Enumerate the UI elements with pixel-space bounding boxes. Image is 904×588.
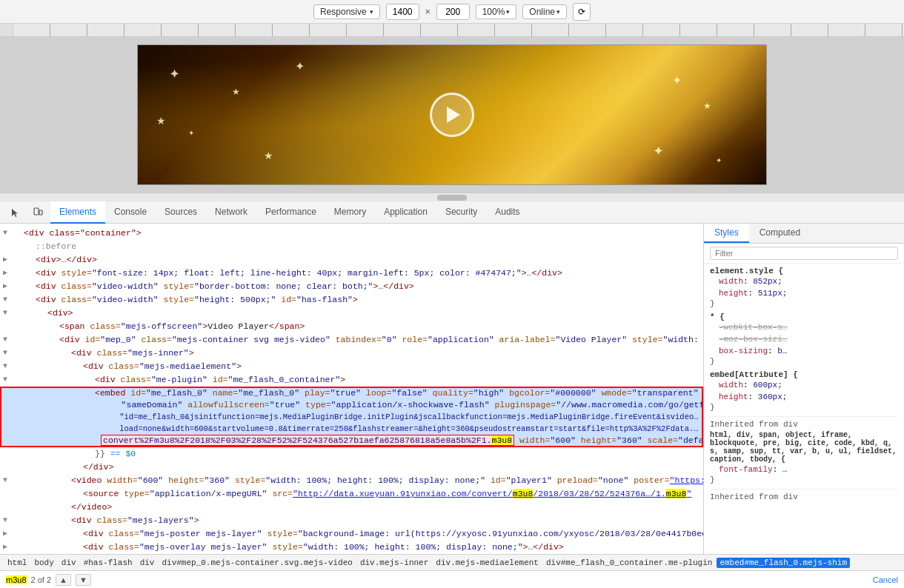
tab-security[interactable]: Security <box>436 201 486 224</box>
tab-network[interactable]: Network <box>206 201 256 224</box>
top-toolbar: Responsive ▾ × 100% ▾ Online ▾ ⟳ <box>0 0 904 24</box>
cursor-icon <box>10 207 21 218</box>
html-line: }} == $0 <box>0 447 703 461</box>
tab-sources[interactable]: Sources <box>156 201 206 224</box>
html-line[interactable]: ▼ <div class="me-plugin" id="me_flash_0_… <box>0 373 703 387</box>
html-line[interactable]: ▶ <div class="video-width" style="border… <box>0 280 703 293</box>
bc-div[interactable]: div <box>59 558 79 568</box>
expand-arrow[interactable]: ▼ <box>3 227 7 239</box>
source-tag-line[interactable]: <source type="application/x-mpegURL" src… <box>0 487 703 501</box>
rotate-icon: ⟳ <box>578 7 585 17</box>
play-triangle-icon <box>447 107 460 123</box>
expand-arrow[interactable]: ▼ <box>3 294 7 306</box>
devtools-content: ▼ <div class="container"> ::before ▶ <di… <box>0 224 904 554</box>
html-line[interactable]: ▶ <div class="mejs-overlay mejs-layer" s… <box>0 541 703 554</box>
search-bar: m3u8 2 of 2 ▲ ▼ Cancel <box>0 570 904 588</box>
style-rule-element: element.style { width: 852px; height: 51… <box>710 267 898 308</box>
bc-html[interactable]: html <box>4 558 30 568</box>
html-line[interactable]: ▼ <div class="mejs-mediaelement"> <box>0 360 703 373</box>
mobile-icon <box>33 207 43 218</box>
bc-me-plugin[interactable]: div#me_flash_0_container.me-plugin <box>543 558 715 568</box>
bc-body[interactable]: body <box>31 558 56 568</box>
html-line[interactable]: ▼ <div class="mejs-inner"> <box>0 347 703 360</box>
styles-content: element.style { width: 852px; height: 51… <box>704 264 904 554</box>
rotate-button[interactable]: ⟳ <box>573 3 591 21</box>
expand-arrow[interactable]: ▼ <box>3 347 7 359</box>
svg-rect-1 <box>34 208 39 215</box>
html-line[interactable]: ▶ <div class="mejs-poster mejs-layer" st… <box>0 527 703 541</box>
html-line[interactable]: ▶ <div style="font-size: 14px; float: le… <box>0 267 703 280</box>
expand-arrow[interactable]: ▶ <box>3 281 7 293</box>
online-label: Online <box>529 7 555 17</box>
zoom-chevron: ▾ <box>506 8 510 16</box>
search-result-count: 2 of 2 <box>31 575 52 584</box>
html-line[interactable]: <span class="mejs-offscreen">Video Playe… <box>0 320 703 333</box>
tab-elements[interactable]: Elements <box>50 201 105 224</box>
expand-arrow[interactable]: ▼ <box>3 334 7 346</box>
bc-has-flash[interactable]: #has-flash <box>81 558 136 568</box>
responsive-dropdown[interactable]: Responsive ▾ <box>313 4 380 19</box>
tab-computed[interactable]: Computed <box>749 224 811 243</box>
expand-arrow[interactable]: ▶ <box>3 267 7 279</box>
tab-application[interactable]: Application <box>375 201 436 224</box>
online-chevron: ▾ <box>556 8 560 16</box>
html-panel[interactable]: ▼ <div class="container"> ::before ▶ <di… <box>0 224 704 554</box>
tab-performance[interactable]: Performance <box>256 201 325 224</box>
styles-tabs: Styles Computed <box>704 224 904 244</box>
dimension-separator: × <box>425 7 431 17</box>
zoom-dropdown[interactable]: 100% ▾ <box>476 4 517 19</box>
breadcrumb-bar: html body div #has-flash div div#mep_0.m… <box>0 554 904 570</box>
devtools-panel: Elements Console Sources Network Perform… <box>0 201 904 588</box>
width-input[interactable] <box>386 4 419 20</box>
inherited-header-2: Inherited from div <box>710 489 898 501</box>
search-prev-button[interactable]: ▲ <box>56 574 71 586</box>
expand-arrow[interactable]: ▶ <box>3 541 7 553</box>
expand-arrow[interactable]: ▼ <box>3 515 7 527</box>
html-line[interactable]: ▼ <div id="mep_0" class="mejs-container … <box>0 333 703 347</box>
height-input[interactable] <box>436 4 470 20</box>
html-line[interactable]: ▼ <div> <box>0 307 703 320</box>
html-line[interactable]: ▼ <div class="mejs-layers"> <box>0 514 703 527</box>
bc-mep[interactable]: div#mep_0.mejs-container.svg.mejs-video <box>159 558 355 568</box>
tab-audits[interactable]: Audits <box>486 201 528 224</box>
play-button[interactable] <box>430 93 474 137</box>
expand-arrow[interactable]: ▼ <box>3 307 7 319</box>
html-line[interactable]: ▼ <div class="video-width" style="height… <box>0 293 703 307</box>
filter-input[interactable] <box>710 247 898 260</box>
svg-rect-2 <box>39 210 42 215</box>
search-cancel-button[interactable]: Cancel <box>873 575 898 584</box>
tab-console[interactable]: Console <box>105 201 156 224</box>
expand-arrow[interactable]: ▶ <box>3 528 7 540</box>
bc-mejs-inner[interactable]: div.mejs-inner <box>357 558 431 568</box>
bc-mejs-mediaelement[interactable]: div.mejs-mediaelement <box>433 558 542 568</box>
bc-embed[interactable]: embed#me_flash_0.mejs-shim <box>717 558 850 568</box>
style-rule-star: * { -webkit-box-s… -moz-box-sizi… box-si… <box>710 313 898 366</box>
expand-arrow[interactable]: ▼ <box>3 374 7 386</box>
ruler-area <box>0 24 904 37</box>
html-line[interactable]: ▼ <div class="container"> <box>0 227 703 240</box>
embed-tag-line[interactable]: <embed id="me_flash_0" name="me_flash_0"… <box>0 387 703 447</box>
html-line[interactable]: </video> <box>0 501 703 514</box>
search-term: m3u8 <box>6 575 27 584</box>
style-rule-embed: embed[Attribute] { width: 600px; height:… <box>710 370 898 412</box>
device-icon-button[interactable] <box>28 203 47 222</box>
tab-memory[interactable]: Memory <box>325 201 375 224</box>
expand-arrow[interactable]: ▼ <box>3 475 7 487</box>
html-line[interactable]: ▼ <video width="600" height="360" style=… <box>0 474 703 487</box>
devtools-tabs-bar: Elements Console Sources Network Perform… <box>0 201 904 224</box>
html-line[interactable]: ▶ <div>…</div> <box>0 253 703 267</box>
responsive-label: Responsive <box>320 7 367 17</box>
search-next-button[interactable]: ▼ <box>76 574 91 586</box>
bc-div2[interactable]: div <box>137 558 158 568</box>
inspect-icon-button[interactable] <box>6 203 25 222</box>
preview-scrollbar[interactable] <box>0 193 904 201</box>
zoom-label: 100% <box>482 7 505 17</box>
html-line[interactable]: ::before <box>0 240 703 253</box>
inherited-header: Inherited from div <box>710 416 898 429</box>
html-line[interactable]: </div> <box>0 461 703 474</box>
tab-styles[interactable]: Styles <box>704 224 749 243</box>
expand-arrow[interactable]: ▶ <box>3 254 7 266</box>
preview-pane: ✦ ★ ✦ ✦ ★ ✦ ★ ✦ ★ ✦ <box>0 37 904 193</box>
expand-arrow[interactable]: ▼ <box>3 361 7 372</box>
online-dropdown[interactable]: Online ▾ <box>522 4 567 19</box>
